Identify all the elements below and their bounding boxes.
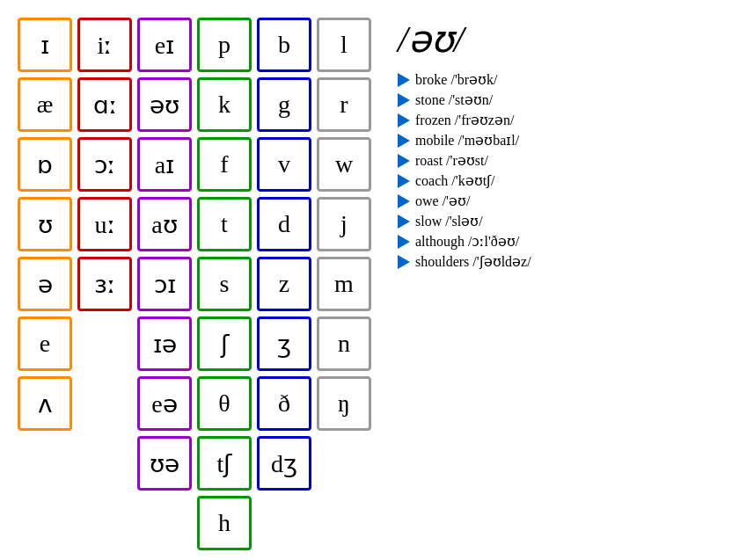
- phoneme-box[interactable]: l: [317, 18, 371, 72]
- word-text-7: slow /'sləʊ/: [415, 213, 483, 229]
- phoneme-box[interactable]: aɪ: [137, 137, 192, 192]
- sidebar-word-8[interactable]: although /ɔːl'ðəʊ/: [398, 233, 519, 250]
- phoneme-box[interactable]: k: [197, 77, 252, 132]
- phoneme-box[interactable]: ɪ: [18, 18, 72, 72]
- phoneme-box[interactable]: ð: [257, 376, 311, 431]
- phoneme-box[interactable]: n: [317, 316, 371, 371]
- main-container: ɪ æ ɒ ʊ ə e ʌ iː ɑː ɔː uː ɜː eɪ əʊ aɪ aʊ…: [9, 9, 730, 559]
- play-icon-8[interactable]: [398, 235, 410, 249]
- phoneme-box[interactable]: eə: [137, 376, 192, 431]
- phoneme-box[interactable]: æ: [18, 77, 72, 132]
- phoneme-box[interactable]: f: [197, 137, 252, 192]
- phoneme-box[interactable]: dʒ: [257, 436, 311, 491]
- phoneme-box[interactable]: ŋ: [317, 376, 371, 431]
- play-icon-9[interactable]: [398, 255, 410, 269]
- play-icon-3[interactable]: [398, 134, 410, 148]
- sidebar-word-9[interactable]: shoulders /'ʃəʊldəz/: [398, 253, 531, 270]
- sidebar: /əʊ/ broke /'brəʊk/ stone /'stəʊn/ froze…: [380, 18, 531, 270]
- sidebar-word-1[interactable]: stone /'stəʊn/: [398, 91, 493, 108]
- phoneme-box[interactable]: e: [18, 316, 72, 371]
- phoneme-box[interactable]: ɒ: [18, 137, 72, 192]
- phoneme-box[interactable]: ʃ: [197, 316, 252, 371]
- sidebar-word-6[interactable]: owe /'əʊ/: [398, 193, 470, 209]
- phoneme-box[interactable]: z: [257, 257, 311, 311]
- word-text-4: roast /'rəʊst/: [415, 152, 488, 169]
- phoneme-box[interactable]: w: [317, 137, 371, 192]
- sidebar-word-3[interactable]: mobile /'məʊbaɪl/: [398, 132, 519, 149]
- play-icon-6[interactable]: [398, 194, 410, 208]
- word-text-2: frozen /'frəʊzən/: [415, 112, 514, 128]
- phoneme-box[interactable]: ʊə: [137, 436, 192, 491]
- phoneme-box[interactable]: h: [197, 496, 252, 550]
- column-purple: eɪ əʊ aɪ aʊ ɔɪ ɪə eə ʊə: [137, 18, 192, 491]
- phoneme-box[interactable]: p: [197, 18, 252, 72]
- phoneme-box[interactable]: iː: [77, 18, 132, 72]
- phoneme-box[interactable]: j: [317, 197, 371, 251]
- word-text-6: owe /'əʊ/: [415, 193, 470, 209]
- phoneme-box[interactable]: ʒ: [257, 316, 311, 371]
- phoneme-box[interactable]: əʊ: [137, 77, 192, 132]
- phoneme-box[interactable]: tʃ: [197, 436, 252, 491]
- sidebar-word-0[interactable]: broke /'brəʊk/: [398, 71, 498, 88]
- play-icon-2[interactable]: [398, 113, 410, 127]
- sidebar-word-2[interactable]: frozen /'frəʊzən/: [398, 112, 514, 128]
- phoneme-box[interactable]: r: [317, 77, 371, 132]
- phoneme-box[interactable]: b: [257, 18, 311, 72]
- phoneme-box[interactable]: ɔɪ: [137, 257, 192, 311]
- play-icon-5[interactable]: [398, 174, 410, 188]
- phoneme-box[interactable]: ɪə: [137, 316, 192, 371]
- sidebar-word-5[interactable]: coach /'kəʊtʃ/: [398, 172, 495, 189]
- column-red: iː ɑː ɔː uː ɜː: [77, 18, 132, 311]
- column-green: p k f t s ʃ θ tʃ h: [197, 18, 252, 550]
- phoneme-box[interactable]: g: [257, 77, 311, 132]
- sidebar-title: /əʊ/: [398, 18, 464, 61]
- word-text-8: although /ɔːl'ðəʊ/: [415, 233, 519, 250]
- column-blue: b g v d z ʒ ð dʒ: [257, 18, 311, 491]
- phoneme-box[interactable]: ə: [18, 257, 72, 311]
- phoneme-box[interactable]: eɪ: [137, 18, 192, 72]
- phoneme-box[interactable]: ɔː: [77, 137, 132, 192]
- phoneme-box[interactable]: ʌ: [18, 376, 72, 431]
- sidebar-word-4[interactable]: roast /'rəʊst/: [398, 152, 488, 169]
- word-text-5: coach /'kəʊtʃ/: [415, 172, 495, 189]
- play-icon-1[interactable]: [398, 93, 410, 107]
- phoneme-box[interactable]: ʊ: [18, 197, 72, 251]
- phoneme-box[interactable]: ɜː: [77, 257, 132, 311]
- phoneme-box[interactable]: uː: [77, 197, 132, 251]
- play-icon-4[interactable]: [398, 154, 410, 168]
- phoneme-box[interactable]: t: [197, 197, 252, 251]
- column-orange: ɪ æ ɒ ʊ ə e ʌ: [18, 18, 72, 431]
- column-gray: l r w j m n ŋ: [317, 18, 371, 431]
- columns-area: ɪ æ ɒ ʊ ə e ʌ iː ɑː ɔː uː ɜː eɪ əʊ aɪ aʊ…: [18, 18, 371, 550]
- play-icon-0[interactable]: [398, 73, 410, 87]
- phoneme-box[interactable]: θ: [197, 376, 252, 431]
- phoneme-box[interactable]: ɑː: [77, 77, 132, 132]
- phoneme-box[interactable]: aʊ: [137, 197, 192, 251]
- play-icon-7[interactable]: [398, 215, 410, 229]
- phoneme-box[interactable]: d: [257, 197, 311, 251]
- phoneme-box[interactable]: v: [257, 137, 311, 192]
- word-text-3: mobile /'məʊbaɪl/: [415, 132, 519, 149]
- word-text-9: shoulders /'ʃəʊldəz/: [415, 253, 531, 270]
- sidebar-word-7[interactable]: slow /'sləʊ/: [398, 213, 483, 229]
- phoneme-box[interactable]: m: [317, 257, 371, 311]
- word-text-0: broke /'brəʊk/: [415, 71, 498, 88]
- word-text-1: stone /'stəʊn/: [415, 91, 493, 108]
- phoneme-box[interactable]: s: [197, 257, 252, 311]
